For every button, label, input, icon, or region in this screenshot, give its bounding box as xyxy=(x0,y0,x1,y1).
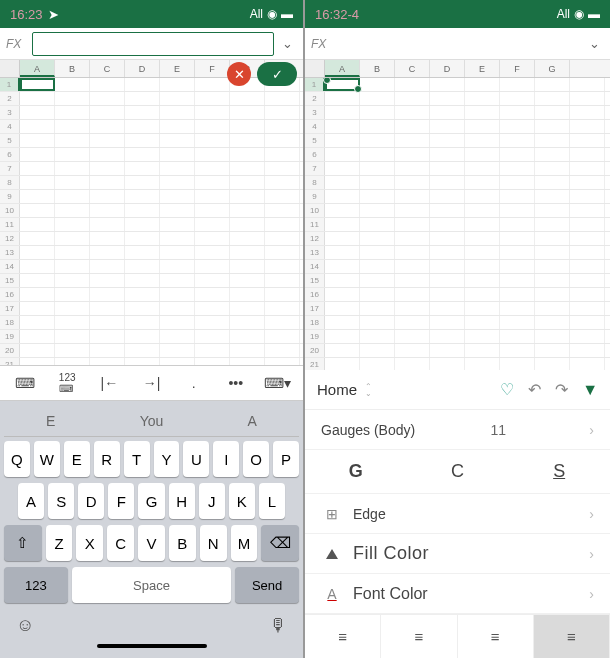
align-left-button[interactable]: ≡ xyxy=(305,615,381,658)
cell[interactable] xyxy=(55,204,90,217)
cell[interactable] xyxy=(230,246,265,259)
key-q[interactable]: Q xyxy=(4,441,30,477)
cell[interactable] xyxy=(430,316,465,329)
cell[interactable] xyxy=(430,302,465,315)
cell[interactable] xyxy=(570,106,605,119)
cell[interactable] xyxy=(55,120,90,133)
cell[interactable] xyxy=(90,344,125,357)
tab-right-icon[interactable]: →| xyxy=(136,371,166,395)
cell[interactable] xyxy=(535,148,570,161)
cell[interactable] xyxy=(570,330,605,343)
cell[interactable] xyxy=(465,288,500,301)
key-f[interactable]: F xyxy=(108,483,134,519)
formula-dropdown-icon[interactable]: ⌄ xyxy=(278,36,297,51)
decimal-icon[interactable]: . xyxy=(179,371,209,395)
key-send[interactable]: Send xyxy=(235,567,299,603)
cell[interactable] xyxy=(230,232,265,245)
cell[interactable] xyxy=(430,274,465,287)
cell[interactable] xyxy=(20,232,55,245)
cell[interactable] xyxy=(395,344,430,357)
cell[interactable] xyxy=(325,190,360,203)
cell[interactable] xyxy=(230,204,265,217)
cell[interactable] xyxy=(325,78,360,91)
row-header[interactable]: 11 xyxy=(305,218,325,231)
row-header[interactable]: 11 xyxy=(0,218,20,231)
cell[interactable] xyxy=(535,134,570,147)
cell[interactable] xyxy=(395,92,430,105)
key-n[interactable]: N xyxy=(200,525,227,561)
row-header[interactable]: 20 xyxy=(305,344,325,357)
cell[interactable] xyxy=(20,162,55,175)
cell[interactable] xyxy=(395,120,430,133)
cell[interactable] xyxy=(535,232,570,245)
cell[interactable] xyxy=(90,358,125,365)
cell[interactable] xyxy=(360,134,395,147)
cell[interactable] xyxy=(20,218,55,231)
suggestion-3[interactable]: A xyxy=(248,413,257,429)
cell[interactable] xyxy=(195,106,230,119)
row-header[interactable]: 15 xyxy=(305,274,325,287)
cell[interactable] xyxy=(90,162,125,175)
cell[interactable] xyxy=(20,78,55,91)
cell[interactable] xyxy=(535,106,570,119)
cell[interactable] xyxy=(90,148,125,161)
cell[interactable] xyxy=(570,134,605,147)
cell[interactable] xyxy=(395,78,430,91)
suggestion-1[interactable]: E xyxy=(46,413,55,429)
cell[interactable] xyxy=(125,134,160,147)
cell[interactable] xyxy=(430,190,465,203)
cell[interactable] xyxy=(195,232,230,245)
cell[interactable] xyxy=(500,106,535,119)
cell[interactable] xyxy=(230,358,265,365)
cell[interactable] xyxy=(570,176,605,189)
cell[interactable] xyxy=(265,218,300,231)
cell[interactable] xyxy=(230,92,265,105)
cell[interactable] xyxy=(90,204,125,217)
font-family-row[interactable]: Gauges (Body) 11 › xyxy=(305,410,610,450)
cell[interactable] xyxy=(55,316,90,329)
key-e[interactable]: E xyxy=(64,441,90,477)
cell[interactable] xyxy=(90,218,125,231)
key-a[interactable]: A xyxy=(18,483,44,519)
key-j[interactable]: J xyxy=(199,483,225,519)
row-header[interactable]: 14 xyxy=(0,260,20,273)
cell[interactable] xyxy=(360,92,395,105)
cell[interactable] xyxy=(265,162,300,175)
cell[interactable] xyxy=(500,204,535,217)
cell[interactable] xyxy=(265,134,300,147)
cell[interactable] xyxy=(430,162,465,175)
cell[interactable] xyxy=(395,134,430,147)
cell[interactable] xyxy=(90,134,125,147)
cell[interactable] xyxy=(160,92,195,105)
cell[interactable] xyxy=(500,134,535,147)
spreadsheet-grid[interactable]: 123456789101112131415161718192021222324 xyxy=(305,78,610,370)
cell[interactable] xyxy=(160,232,195,245)
cell[interactable] xyxy=(125,260,160,273)
cell[interactable] xyxy=(160,330,195,343)
cell[interactable] xyxy=(325,176,360,189)
cell[interactable] xyxy=(195,190,230,203)
key-b[interactable]: B xyxy=(169,525,196,561)
cell[interactable] xyxy=(570,218,605,231)
cell[interactable] xyxy=(465,274,500,287)
formula-input[interactable] xyxy=(32,32,274,56)
key-m[interactable]: M xyxy=(231,525,258,561)
cell[interactable] xyxy=(125,204,160,217)
cell[interactable] xyxy=(570,358,605,370)
cell[interactable] xyxy=(55,288,90,301)
bold-button[interactable]: G xyxy=(321,461,391,482)
row-header[interactable]: 18 xyxy=(305,316,325,329)
cell[interactable] xyxy=(195,274,230,287)
cell[interactable] xyxy=(125,330,160,343)
row-header[interactable]: 6 xyxy=(0,148,20,161)
key-k[interactable]: K xyxy=(229,483,255,519)
cell[interactable] xyxy=(55,92,90,105)
row-header[interactable]: 10 xyxy=(0,204,20,217)
key-v[interactable]: V xyxy=(138,525,165,561)
cell[interactable] xyxy=(230,106,265,119)
key-p[interactable]: P xyxy=(273,441,299,477)
cell[interactable] xyxy=(125,218,160,231)
cell[interactable] xyxy=(265,204,300,217)
cell[interactable] xyxy=(325,302,360,315)
cell[interactable] xyxy=(230,134,265,147)
